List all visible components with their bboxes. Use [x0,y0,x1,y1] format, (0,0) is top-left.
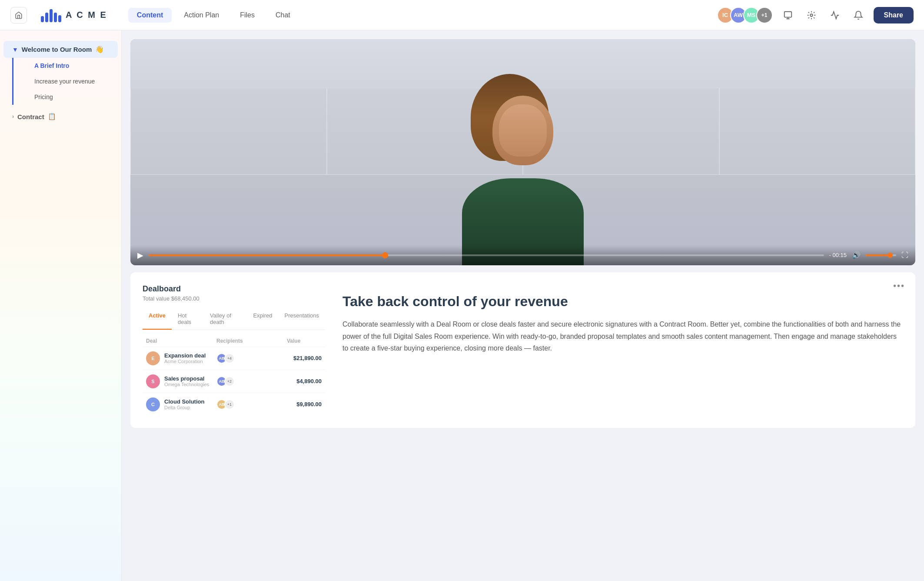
deal-name-3: Cloud Solution [164,398,204,405]
rec-plus-3: +1 [224,399,235,410]
nav-tabs: Content Action Plan Files Chat [128,8,703,23]
avatar-group: IC AW MS +1 [717,7,773,23]
deal-info-3: C Cloud Solution Delta Group [146,397,216,411]
contract-emoji: 📋 [48,113,56,120]
bell-icon[interactable] [850,7,867,23]
person-head [492,96,553,165]
dealboard-tab-hot[interactable]: Hot deals [172,309,204,330]
table-header: Deal Recipients Value [143,335,325,347]
more-options-icon[interactable]: ••• [893,281,905,291]
video-background [130,39,915,265]
logo-bars-icon [41,8,61,22]
main-layout: ▼ Welcome to Our Room 👋 A Brief Intro In… [0,30,924,581]
play-button[interactable]: ▶ [137,250,143,260]
video-progress-filled [149,254,385,256]
deal-value-1: $21,890.00 [287,355,322,361]
table-row: C Cloud Solution Delta Group AB +1 $9,89… [143,393,325,416]
deal-company-3: Delta Group [164,405,204,410]
deal-avatar-2: S [146,374,160,388]
sidebar-welcome-items: A Brief Intro Increase your revenue Pric… [12,58,118,105]
volume-icon[interactable]: 🔊 [852,251,861,259]
col-recipients: Recipients [216,338,287,344]
tab-chat[interactable]: Chat [267,8,299,23]
deal-info-2: S Sales proposal Omega Technologies [146,374,216,388]
deal-info-1: E Expansion deal Acme Corporation [146,351,216,365]
dealboard-left-panel: Dealboard Total value $68,450.00 Active … [143,284,325,416]
deal-value-3: $9,890.00 [287,401,322,407]
notifications-icon[interactable] [780,7,796,23]
volume-filled [866,254,890,256]
rec-plus-1: +4 [224,353,235,364]
svg-point-1 [810,14,813,17]
avatar-plus: +1 [756,7,773,23]
table-row: E Expansion deal Acme Corporation AB +4 … [143,347,325,370]
wall-panel-4 [719,88,916,175]
volume-thumb[interactable] [887,253,893,258]
dealboard-tab-presentations[interactable]: Presentations [279,309,326,330]
dealboard-heading: Take back control of your revenue [342,293,903,310]
sidebar-item-pricing[interactable]: Pricing [27,89,118,105]
video-container: ▶ - 00:15 🔊 ⛶ [130,39,915,265]
deal-avatar-3: C [146,397,160,411]
dealboard-tab-expired[interactable]: Expired [247,309,278,330]
fullscreen-button[interactable]: ⛶ [901,251,908,259]
person-face [499,104,547,157]
dealboard-table: Deal Recipients Value E Expansion deal A… [143,335,325,416]
sidebar-section-welcome: ▼ Welcome to Our Room 👋 A Brief Intro In… [0,41,121,105]
recipients-1: AB +4 [216,353,287,364]
content-area: ▶ - 00:15 🔊 ⛶ ••• Dealboard Total value … [122,30,924,581]
deal-avatar-1: E [146,351,160,365]
tab-action-plan[interactable]: Action Plan [175,8,228,23]
sidebar: ▼ Welcome to Our Room 👋 A Brief Intro In… [0,30,122,581]
sidebar-item-increase-revenue[interactable]: Increase your revenue [27,73,118,89]
chevron-right-icon: › [12,114,14,120]
deal-value-2: $4,890.00 [287,378,322,384]
dealboard-card: ••• Dealboard Total value $68,450.00 Act… [130,272,915,428]
sidebar-item-brief-intro[interactable]: A Brief Intro [27,58,118,73]
deal-name-1: Expansion deal [164,352,206,359]
sidebar-welcome-title: Welcome to Our Room [22,46,92,53]
col-deal: Deal [146,338,216,344]
video-time: - 00:15 [829,252,847,258]
video-person [462,78,584,265]
svg-rect-0 [784,11,791,17]
col-value: Value [287,338,322,344]
wave-emoji: 👋 [95,45,104,53]
analytics-icon[interactable] [827,7,843,23]
sidebar-contract-title: Contract [17,113,44,120]
chevron-down-icon: ▼ [12,46,18,53]
dealboard-tab-valley[interactable]: Valley of death [204,309,247,330]
logo: A C M E [41,8,107,22]
share-button[interactable]: Share [874,7,914,23]
video-progress-thumb[interactable] [382,252,388,258]
sidebar-welcome-header[interactable]: ▼ Welcome to Our Room 👋 [3,41,118,58]
dealboard-subtitle: Total value $68,450.00 [143,295,325,302]
volume-bar[interactable] [866,254,896,256]
sidebar-contract-header[interactable]: › Contract 📋 [3,108,118,125]
dealboard-right-panel: Take back control of your revenue Collab… [342,284,903,354]
tab-files[interactable]: Files [231,8,263,23]
logo-text: A C M E [66,10,107,20]
dealboard-title: Dealboard [143,284,325,294]
dealboard-description: Collaborate seamlessly with a Deal Room … [342,318,903,354]
deal-name-2: Sales proposal [164,375,209,382]
recipients-2: AB +2 [216,376,287,387]
video-controls: ▶ - 00:15 🔊 ⛶ [130,245,915,265]
settings-icon[interactable] [803,7,820,23]
tab-content[interactable]: Content [128,8,172,23]
navbar: A C M E Content Action Plan Files Chat I… [0,0,924,30]
rec-plus-2: +2 [224,376,235,387]
video-progress-bar[interactable] [149,254,824,256]
wall-panel-1 [130,88,327,175]
dealboard-tab-active[interactable]: Active [143,309,172,330]
deal-company-1: Acme Corporation [164,359,206,364]
recipients-3: AB +1 [216,399,287,410]
deal-company-2: Omega Technologies [164,382,209,387]
home-button[interactable] [10,7,27,23]
dealboard-tabs: Active Hot deals Valley of death Expired… [143,309,325,330]
table-row: S Sales proposal Omega Technologies AB +… [143,370,325,393]
nav-right: IC AW MS +1 Sh [717,7,914,23]
